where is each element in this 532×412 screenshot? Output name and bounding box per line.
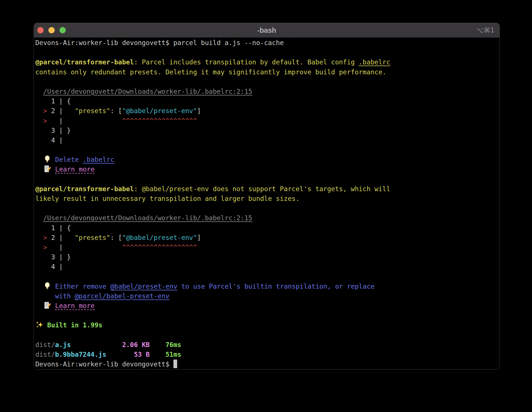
terminal-link[interactable]: /Users/devongovett/Downloads/worker-lib/…	[43, 88, 252, 95]
terminal-line: Built in 1.99s	[35, 320, 498, 330]
terminal-link[interactable]: @parcel/babel-preset-env	[75, 292, 169, 300]
terminal-line	[35, 203, 498, 213]
terminal-link[interactable]: .babelrc	[83, 156, 114, 163]
terminal-line: 4 |	[35, 262, 498, 272]
terminal-text	[51, 283, 55, 290]
terminal-line: contains only redundant presets. Deletin…	[35, 67, 498, 77]
terminal-screen[interactable]: Devons-Air:worker-lib devongovett$ parce…	[34, 38, 500, 370]
terminal-text: dist/	[35, 351, 55, 358]
terminal-text: contains only redundant presets. Deletin…	[35, 68, 386, 76]
terminal-text: 2 |	[47, 234, 75, 241]
terminal-line: > 2 | "presets": ["@babel/preset-env"]	[35, 106, 498, 116]
terminal-text: |	[47, 117, 63, 125]
terminal-text	[35, 234, 43, 241]
terminal-line: > | ^^^^^^^^^^^^^^^^^^^	[35, 116, 498, 126]
terminal-text: Devons-Air:worker-lib devongovett$	[35, 360, 173, 368]
terminal-text	[150, 351, 165, 358]
terminal-text: ^^^^^^^^^^^^^^^^^^^	[122, 117, 197, 125]
terminal-line: /Users/devongovett/Downloads/worker-lib/…	[35, 87, 498, 96]
terminal-text: : Parcel includes transpilation by defau…	[134, 58, 359, 66]
terminal-line: dist/b.9bba7244.js 53 B 51ms	[35, 350, 498, 359]
terminal-line: Either remove @babel/preset-env to use P…	[35, 282, 498, 291]
terminal-line: Devons-Air:worker-lib devongovett$	[35, 359, 498, 369]
terminal-text: : [	[110, 234, 122, 241]
terminal-text: Built in 1.99s	[47, 321, 103, 329]
terminal-link[interactable]: Learn more	[55, 166, 95, 173]
terminal-text: : @babel/preset-env does not support Par…	[134, 185, 390, 193]
lightbulb-icon	[43, 282, 51, 291]
terminal-text: to use Parcel's builtin transpilation, o…	[177, 283, 375, 290]
terminal-text: >	[43, 234, 47, 241]
terminal-text: 4 |	[35, 263, 63, 270]
sparkles-icon	[35, 320, 43, 330]
window-title: -bash	[34, 23, 500, 37]
terminal-line: @parcel/transformer-babel: @babel/preset…	[35, 184, 498, 194]
terminal-text	[51, 166, 55, 173]
terminal-text: 3 | }	[35, 253, 71, 261]
terminal-text: ]	[197, 234, 201, 241]
terminal-text	[35, 214, 43, 222]
terminal-text: Either remove	[55, 283, 111, 290]
terminal-line	[35, 48, 498, 57]
terminal-line: Learn more	[35, 164, 498, 174]
terminal-text: @parcel/transformer-babel	[35, 185, 134, 193]
terminal-line: Learn more	[35, 301, 498, 311]
terminal-text: "@babel/preset-env"	[122, 234, 197, 241]
terminal-link[interactable]: Learn more	[55, 302, 95, 309]
terminal-text	[35, 166, 43, 173]
titlebar[interactable]: -bash ⌥⌘1	[34, 23, 500, 38]
terminal-text: 3 | }	[35, 127, 71, 134]
terminal-text: dist/	[35, 341, 55, 348]
terminal-line	[35, 145, 498, 155]
terminal-line	[35, 174, 498, 184]
terminal-text: >	[43, 107, 47, 115]
terminal-text: 4 |	[35, 136, 63, 144]
lightbulb-icon	[43, 155, 51, 164]
terminal-line: 4 |	[35, 135, 498, 145]
terminal-line: > | ^^^^^^^^^^^^^^^^^^^	[35, 242, 498, 252]
terminal-text: with	[55, 292, 75, 300]
terminal-line: /Users/devongovett/Downloads/worker-lib/…	[35, 213, 498, 223]
terminal-text	[71, 341, 122, 348]
terminal-text: 1 | {	[35, 224, 71, 232]
terminal-link[interactable]: .babelrc	[359, 58, 390, 66]
terminal-text: Delete	[55, 156, 83, 163]
terminal-text: 1 | {	[35, 97, 71, 105]
terminal-line	[35, 272, 498, 282]
terminal-text: 53 B	[134, 351, 150, 358]
terminal-window: -bash ⌥⌘1 Devons-Air:worker-lib devongov…	[34, 23, 500, 370]
terminal-text	[106, 351, 134, 358]
terminal-text: >	[43, 244, 47, 251]
terminal-line: 3 | }	[35, 126, 498, 135]
terminal-line	[35, 311, 498, 320]
terminal-text	[35, 107, 43, 115]
terminal-text: b.9bba7244.js	[55, 351, 106, 358]
terminal-link[interactable]: /Users/devongovett/Downloads/worker-lib/…	[43, 214, 252, 222]
terminal-text	[35, 156, 43, 163]
terminal-text: Devons-Air:worker-lib devongovett$ parce…	[35, 39, 284, 46]
memo-icon	[43, 301, 51, 311]
terminal-line: @parcel/transformer-babel: Parcel includ…	[35, 57, 498, 67]
terminal-link[interactable]: @babel/preset-env	[110, 283, 177, 290]
terminal-text: "presets"	[75, 107, 111, 115]
terminal-line: 3 | }	[35, 252, 498, 262]
terminal-text	[35, 292, 55, 300]
terminal-line: likely result in unnecessary transpilati…	[35, 194, 498, 203]
terminal-text: >	[43, 117, 47, 125]
terminal-text: ]	[197, 107, 201, 115]
terminal-text	[51, 156, 55, 163]
terminal-text: "presets"	[75, 234, 111, 241]
terminal-text: likely result in unnecessary transpilati…	[35, 195, 300, 202]
terminal-text: 76ms	[165, 341, 181, 348]
terminal-text: "@babel/preset-env"	[122, 107, 197, 115]
terminal-line: Devons-Air:worker-lib devongovett$ parce…	[35, 38, 498, 48]
terminal-text: |	[47, 244, 63, 251]
terminal-line	[35, 330, 498, 340]
terminal-line	[35, 77, 498, 87]
terminal-text: @parcel/transformer-babel	[35, 58, 134, 66]
terminal-text	[35, 302, 43, 309]
terminal-text: : [	[110, 107, 122, 115]
terminal-text	[51, 302, 55, 309]
terminal-text: 2.06 KB	[122, 341, 150, 348]
memo-icon	[43, 164, 51, 174]
